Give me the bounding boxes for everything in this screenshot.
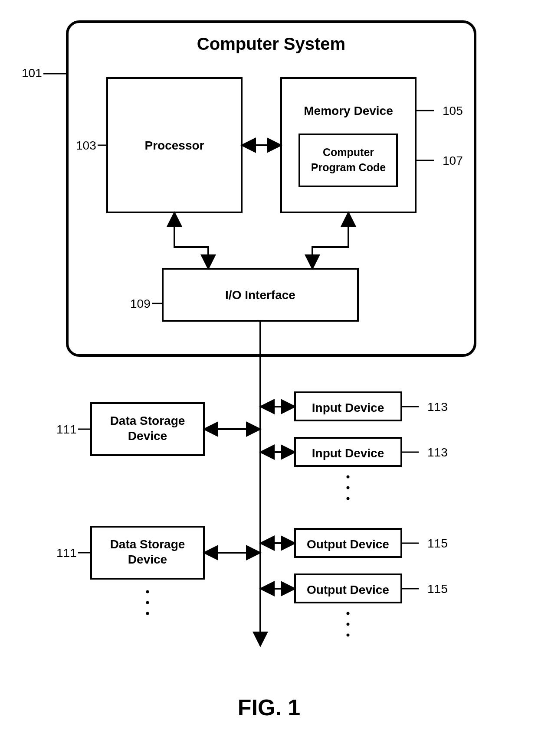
input-1-label: Input Device — [312, 401, 384, 414]
io-interface-label: I/O Interface — [225, 288, 295, 302]
memory-box — [281, 78, 416, 212]
arrow-processor-io — [174, 212, 208, 269]
processor-label: Processor — [145, 139, 204, 152]
output-1-label: Output Device — [307, 538, 389, 551]
ref-115-b: 115 — [427, 582, 448, 596]
ref-115-a: 115 — [427, 537, 448, 550]
ellipsis-storage — [146, 590, 149, 615]
ref-107: 107 — [443, 154, 463, 167]
svg-point-2 — [146, 612, 149, 615]
svg-point-5 — [347, 497, 350, 500]
storage-1-label-l1: Data Storage — [110, 414, 185, 427]
arrow-memory-io — [312, 212, 348, 269]
svg-point-4 — [347, 486, 350, 489]
ellipsis-input — [347, 476, 350, 500]
ref-105: 105 — [443, 104, 463, 117]
memory-label: Memory Device — [304, 104, 393, 117]
input-2-label: Input Device — [312, 446, 384, 460]
ellipsis-output — [347, 612, 350, 637]
storage-2-label-l1: Data Storage — [110, 538, 185, 551]
ref-103: 103 — [76, 139, 96, 152]
svg-point-6 — [347, 612, 350, 615]
svg-point-3 — [347, 476, 350, 479]
figure-label: FIG. 1 — [238, 695, 300, 720]
ref-113-a: 113 — [427, 400, 448, 414]
program-code-label-2: Program Code — [311, 161, 386, 173]
ref-101: 101 — [22, 66, 42, 80]
svg-point-7 — [347, 623, 350, 626]
svg-point-1 — [146, 601, 149, 604]
storage-1-label-l2: Device — [128, 429, 167, 443]
svg-point-0 — [146, 590, 149, 593]
program-code-label-1: Computer — [323, 146, 374, 158]
ref-113-b: 113 — [427, 446, 448, 459]
storage-2-label-l2: Device — [128, 553, 167, 566]
program-code-box — [299, 134, 397, 186]
computer-system-box — [67, 22, 475, 355]
ref-111-b: 111 — [56, 546, 77, 560]
ref-111-a: 111 — [56, 423, 77, 436]
output-2-label: Output Device — [307, 583, 389, 596]
computer-system-title: Computer System — [197, 34, 345, 53]
svg-point-8 — [347, 634, 350, 637]
ref-109: 109 — [130, 297, 151, 310]
